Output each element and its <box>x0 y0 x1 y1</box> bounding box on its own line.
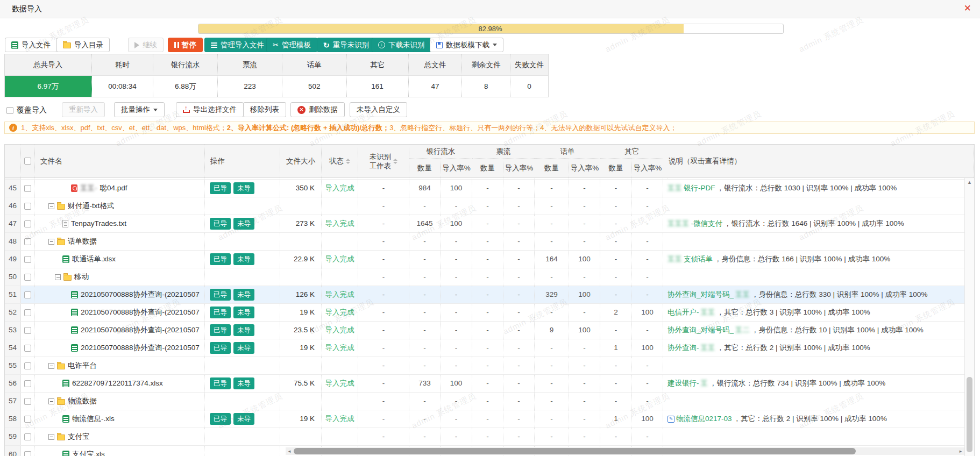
template-download-button[interactable]: 数据板模下载 <box>430 38 503 52</box>
export-selected-files-button[interactable]: 导出选择文件 <box>176 102 244 117</box>
note-link[interactable]: -微信支付 <box>691 215 723 232</box>
table-row[interactable]: 512021050700888协外查询-(20210507已导未导126 K导入… <box>5 286 974 304</box>
bill-rate-cell: - <box>503 428 535 445</box>
tree-collapse-icon[interactable] <box>55 274 61 280</box>
imported-button[interactable]: 已导 <box>210 324 231 336</box>
select-all-checkbox[interactable] <box>21 145 35 177</box>
table-row[interactable]: 45某某-聪04.pdf已导未导350 K导入完成-984100------某某… <box>5 180 974 197</box>
table-row[interactable]: 58物流信息-.xls已导未导19 K导入完成-------1100✎物流信息0… <box>5 410 974 428</box>
import-file-button[interactable]: 导入文件 <box>5 38 57 52</box>
checkbox-icon[interactable] <box>24 220 31 227</box>
table-row[interactable]: 57物流数据--------- <box>5 393 974 410</box>
not-imported-button[interactable]: 未导 <box>233 253 254 265</box>
imported-button[interactable]: 已导 <box>210 342 231 354</box>
download-icon: ↓ <box>378 41 385 48</box>
imported-button[interactable]: 已导 <box>210 218 231 230</box>
import-directory-button[interactable]: 导入目录 <box>56 38 110 52</box>
not-imported-button[interactable]: 未导 <box>233 289 254 301</box>
not-imported-button[interactable]: 未导 <box>233 413 254 425</box>
remove-from-list-button[interactable]: 移除列表 <box>243 102 286 117</box>
imported-button[interactable]: 已导 <box>210 289 231 301</box>
header-status[interactable]: 状态 <box>322 145 358 177</box>
scroll-left-icon[interactable]: ◂ <box>286 447 293 455</box>
imported-button[interactable]: 已导 <box>210 413 231 425</box>
batch-operations-button[interactable]: 批量操作 <box>114 102 165 117</box>
imported-button[interactable]: 已导 <box>210 307 231 318</box>
not-imported-button[interactable]: 未导 <box>233 218 254 230</box>
note-link[interactable]: 协外查询- <box>667 339 699 357</box>
not-imported-button[interactable]: 未导 <box>233 377 254 389</box>
checkbox-icon[interactable] <box>24 203 31 210</box>
custom-import-button[interactable]: 未导入自定义 <box>350 102 407 117</box>
checkbox-icon[interactable] <box>24 345 31 352</box>
tree-collapse-icon[interactable] <box>48 434 54 440</box>
horizontal-scrollbar[interactable]: ◂ ▸ <box>286 447 964 455</box>
scroll-up-icon[interactable]: ▲ <box>965 178 974 187</box>
folder-icon <box>57 204 65 210</box>
sort-icon[interactable] <box>346 159 350 164</box>
download-unrecognized-button[interactable]: ↓ 下载未识别 <box>372 38 431 52</box>
checkbox-icon[interactable] <box>24 380 31 387</box>
manage-template-button[interactable]: ✂ 管理模板 <box>266 38 317 52</box>
reimport-unrecognized-button[interactable]: ↻ 重导未识别 <box>317 38 375 52</box>
header-unrecognized-sheets[interactable]: 未识别 工作表 <box>358 145 409 177</box>
table-row[interactable]: 522021050700888协外查询-(20210507已导未导19 K导入完… <box>5 304 974 322</box>
not-imported-button[interactable]: 未导 <box>233 324 254 336</box>
overwrite-import-checkbox[interactable]: 覆盖导入 <box>6 105 47 115</box>
table-row[interactable]: 48话单数据--------- <box>5 233 974 251</box>
checkbox-icon[interactable] <box>24 398 31 405</box>
horizontal-scrollbar-thumb[interactable] <box>294 448 856 454</box>
table-row[interactable]: 49联通话单.xlsx已导未导22.9 K导入完成-----164100--某某… <box>5 251 974 268</box>
manage-import-files-button[interactable]: 管理导入文件 <box>204 38 271 52</box>
checkbox-icon[interactable] <box>24 291 31 298</box>
pause-button[interactable]: 暂停 <box>168 38 203 52</box>
reimport-button: 重新导入 <box>62 102 105 117</box>
checkbox-icon[interactable] <box>24 238 31 245</box>
status-cell: 导入完成 <box>322 375 358 392</box>
checkbox-icon[interactable] <box>6 107 13 114</box>
tree-collapse-icon[interactable] <box>48 239 54 245</box>
close-icon[interactable]: ✕ <box>964 3 971 14</box>
not-imported-button[interactable]: 未导 <box>233 182 254 194</box>
checkbox-icon[interactable] <box>24 185 31 192</box>
checkbox-icon[interactable] <box>24 274 31 281</box>
vertical-scrollbar-thumb[interactable] <box>967 377 972 452</box>
tree-collapse-icon[interactable] <box>48 363 54 369</box>
call-rate-cell: - <box>569 375 600 392</box>
note-link[interactable]: 银行-PDF <box>684 180 715 197</box>
tree-collapse-icon[interactable] <box>48 203 54 209</box>
scroll-right-icon[interactable]: ▸ <box>957 447 964 455</box>
checkbox-icon[interactable] <box>24 158 31 165</box>
tree-collapse-icon[interactable] <box>48 398 54 404</box>
table-row[interactable]: 59支付宝--------- <box>5 428 974 446</box>
delete-data-button[interactable]: ✕ 删除数据 <box>290 102 345 117</box>
checkbox-icon[interactable] <box>24 362 31 369</box>
note-link[interactable]: 物流信息0217-03 <box>676 410 732 428</box>
imported-button[interactable]: 已导 <box>210 182 231 194</box>
note-link[interactable]: 协外查询_对端号码_ <box>667 286 734 303</box>
checkbox-icon[interactable] <box>24 256 31 263</box>
checkbox-icon[interactable] <box>24 416 31 423</box>
note-link[interactable]: 协外查询_对端号码_ <box>667 322 734 339</box>
not-imported-button[interactable]: 未导 <box>233 307 254 318</box>
table-row[interactable]: 46财付通-txt格式--------- <box>5 197 974 215</box>
table-row[interactable]: 47TenpayTrades.txt已导未导273 K导入完成-1645100-… <box>5 215 974 233</box>
table-row[interactable]: 532021050700888协外查询-(20210507已导未导23.5 K导… <box>5 322 974 339</box>
table-row[interactable]: 542021050700888协外查询-(20210507已导未导19 K导入完… <box>5 339 974 357</box>
imported-button[interactable]: 已导 <box>210 377 231 389</box>
note-link[interactable]: 建设银行- <box>667 375 699 392</box>
checkbox-icon[interactable] <box>24 309 31 316</box>
checkbox-icon[interactable] <box>24 451 31 456</box>
checkbox-icon[interactable] <box>24 433 31 440</box>
not-imported-button[interactable]: 未导 <box>233 342 254 354</box>
vertical-scrollbar[interactable]: ▲ <box>964 178 974 456</box>
checkbox-icon[interactable] <box>24 327 31 334</box>
sort-icon[interactable] <box>393 159 397 164</box>
table-row[interactable]: 566228270971220117374.xlsx已导未导75.5 K导入完成… <box>5 375 974 393</box>
filename-label: 聪04.pdf <box>100 180 127 197</box>
table-row[interactable]: 50移动--------- <box>5 268 974 286</box>
note-link[interactable]: 电信开户- <box>667 304 699 321</box>
imported-button[interactable]: 已导 <box>210 253 231 265</box>
table-row[interactable]: 55电诈平台--------- <box>5 357 974 375</box>
note-link[interactable]: 支侦话单 <box>684 251 713 268</box>
